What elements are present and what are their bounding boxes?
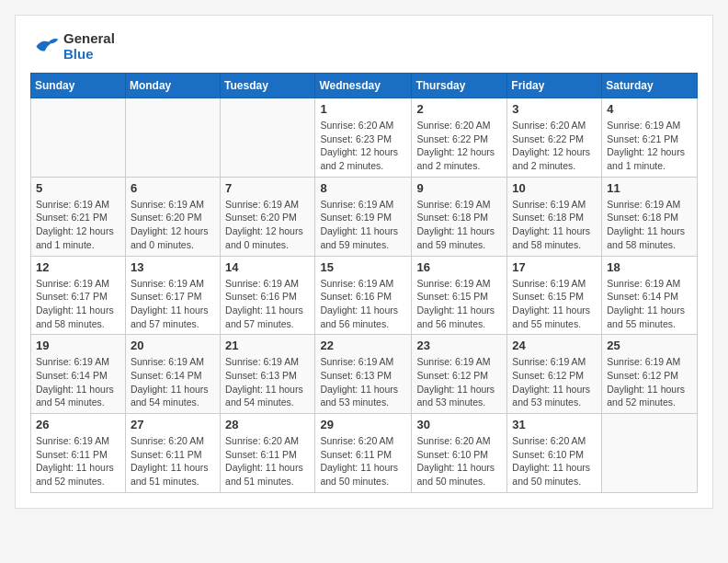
day-info: Sunrise: 6:20 AMSunset: 6:11 PMDaylight:…	[225, 434, 310, 488]
day-number: 16	[416, 260, 502, 274]
day-info: Sunrise: 6:19 AMSunset: 6:18 PMDaylight:…	[416, 198, 502, 252]
calendar-page: General Blue SundayMondayTuesdayWednesda…	[15, 15, 713, 509]
weekday-header-saturday: Saturday	[602, 74, 698, 98]
day-cell-10: 10Sunrise: 6:19 AMSunset: 6:18 PMDayligh…	[507, 177, 602, 256]
day-cell-2: 2Sunrise: 6:20 AMSunset: 6:22 PMDaylight…	[412, 98, 507, 178]
day-cell-15: 15Sunrise: 6:19 AMSunset: 6:16 PMDayligh…	[315, 256, 412, 335]
day-cell-19: 19Sunrise: 6:19 AMSunset: 6:14 PMDayligh…	[31, 335, 126, 414]
day-number: 11	[607, 181, 692, 195]
day-cell-30: 30Sunrise: 6:20 AMSunset: 6:10 PMDayligh…	[412, 414, 507, 493]
empty-cell	[31, 98, 126, 178]
day-info: Sunrise: 6:19 AMSunset: 6:14 PMDaylight:…	[131, 355, 215, 409]
day-number: 23	[416, 339, 502, 352]
day-number: 31	[512, 418, 597, 431]
day-info: Sunrise: 6:19 AMSunset: 6:15 PMDaylight:…	[416, 277, 502, 331]
day-info: Sunrise: 6:19 AMSunset: 6:16 PMDaylight:…	[320, 277, 406, 331]
day-info: Sunrise: 6:19 AMSunset: 6:16 PMDaylight:…	[225, 277, 310, 331]
day-info: Sunrise: 6:19 AMSunset: 6:11 PMDaylight:…	[36, 434, 120, 488]
day-cell-24: 24Sunrise: 6:19 AMSunset: 6:12 PMDayligh…	[507, 335, 602, 414]
logo-text: General Blue	[63, 30, 115, 62]
weekday-header-wednesday: Wednesday	[315, 74, 412, 98]
weekday-header-sunday: Sunday	[31, 74, 126, 98]
day-info: Sunrise: 6:19 AMSunset: 6:20 PMDaylight:…	[225, 198, 310, 252]
empty-cell	[221, 98, 315, 178]
day-info: Sunrise: 6:20 AMSunset: 6:22 PMDaylight:…	[416, 119, 502, 173]
day-number: 28	[225, 418, 310, 431]
day-number: 8	[320, 181, 406, 195]
day-number: 3	[512, 102, 597, 116]
day-number: 22	[320, 339, 406, 352]
day-number: 4	[607, 102, 692, 116]
day-cell-9: 9Sunrise: 6:19 AMSunset: 6:18 PMDaylight…	[412, 177, 507, 256]
day-cell-31: 31Sunrise: 6:20 AMSunset: 6:10 PMDayligh…	[507, 414, 602, 493]
week-row-1: 5Sunrise: 6:19 AMSunset: 6:21 PMDaylight…	[31, 177, 698, 256]
day-cell-4: 4Sunrise: 6:19 AMSunset: 6:21 PMDaylight…	[602, 98, 698, 178]
day-number: 18	[607, 260, 692, 274]
day-cell-13: 13Sunrise: 6:19 AMSunset: 6:17 PMDayligh…	[125, 256, 220, 335]
day-info: Sunrise: 6:20 AMSunset: 6:23 PMDaylight:…	[320, 119, 406, 173]
day-info: Sunrise: 6:19 AMSunset: 6:12 PMDaylight:…	[607, 355, 692, 409]
day-cell-26: 26Sunrise: 6:19 AMSunset: 6:11 PMDayligh…	[31, 414, 126, 493]
day-number: 14	[225, 260, 310, 274]
day-info: Sunrise: 6:19 AMSunset: 6:18 PMDaylight:…	[512, 198, 597, 252]
day-number: 29	[320, 418, 406, 431]
day-cell-16: 16Sunrise: 6:19 AMSunset: 6:15 PMDayligh…	[412, 256, 507, 335]
logo-bird-icon	[30, 33, 60, 59]
day-info: Sunrise: 6:19 AMSunset: 6:21 PMDaylight:…	[607, 119, 692, 173]
day-cell-6: 6Sunrise: 6:19 AMSunset: 6:20 PMDaylight…	[125, 177, 220, 256]
day-cell-21: 21Sunrise: 6:19 AMSunset: 6:13 PMDayligh…	[221, 335, 315, 414]
day-cell-7: 7Sunrise: 6:19 AMSunset: 6:20 PMDaylight…	[221, 177, 315, 256]
day-cell-8: 8Sunrise: 6:19 AMSunset: 6:19 PMDaylight…	[315, 177, 412, 256]
day-cell-1: 1Sunrise: 6:20 AMSunset: 6:23 PMDaylight…	[315, 98, 412, 178]
day-info: Sunrise: 6:20 AMSunset: 6:10 PMDaylight:…	[512, 434, 597, 488]
day-info: Sunrise: 6:19 AMSunset: 6:18 PMDaylight:…	[607, 198, 692, 252]
day-info: Sunrise: 6:19 AMSunset: 6:21 PMDaylight:…	[36, 198, 120, 252]
day-cell-25: 25Sunrise: 6:19 AMSunset: 6:12 PMDayligh…	[602, 335, 698, 414]
day-number: 19	[36, 339, 120, 352]
day-cell-18: 18Sunrise: 6:19 AMSunset: 6:14 PMDayligh…	[602, 256, 698, 335]
day-cell-29: 29Sunrise: 6:20 AMSunset: 6:11 PMDayligh…	[315, 414, 412, 493]
day-number: 2	[416, 102, 502, 116]
week-row-2: 12Sunrise: 6:19 AMSunset: 6:17 PMDayligh…	[31, 256, 698, 335]
day-cell-11: 11Sunrise: 6:19 AMSunset: 6:18 PMDayligh…	[602, 177, 698, 256]
day-cell-17: 17Sunrise: 6:19 AMSunset: 6:15 PMDayligh…	[507, 256, 602, 335]
day-cell-20: 20Sunrise: 6:19 AMSunset: 6:14 PMDayligh…	[125, 335, 220, 414]
day-number: 25	[607, 339, 692, 352]
day-number: 20	[131, 339, 215, 352]
week-row-4: 26Sunrise: 6:19 AMSunset: 6:11 PMDayligh…	[31, 414, 698, 493]
day-cell-27: 27Sunrise: 6:20 AMSunset: 6:11 PMDayligh…	[125, 414, 220, 493]
day-info: Sunrise: 6:19 AMSunset: 6:19 PMDaylight:…	[320, 198, 406, 252]
day-number: 17	[512, 260, 597, 274]
empty-cell	[125, 98, 220, 178]
day-info: Sunrise: 6:19 AMSunset: 6:17 PMDaylight:…	[131, 277, 215, 331]
day-info: Sunrise: 6:20 AMSunset: 6:11 PMDaylight:…	[131, 434, 215, 488]
weekday-header-monday: Monday	[125, 74, 220, 98]
day-cell-5: 5Sunrise: 6:19 AMSunset: 6:21 PMDaylight…	[31, 177, 126, 256]
day-number: 7	[225, 181, 310, 195]
day-number: 15	[320, 260, 406, 274]
day-number: 26	[36, 418, 120, 431]
day-info: Sunrise: 6:19 AMSunset: 6:17 PMDaylight:…	[36, 277, 120, 331]
day-info: Sunrise: 6:19 AMSunset: 6:12 PMDaylight:…	[512, 355, 597, 409]
day-number: 21	[225, 339, 310, 352]
calendar-table: SundayMondayTuesdayWednesdayThursdayFrid…	[30, 73, 698, 493]
week-row-3: 19Sunrise: 6:19 AMSunset: 6:14 PMDayligh…	[31, 335, 698, 414]
weekday-header-friday: Friday	[507, 74, 602, 98]
day-info: Sunrise: 6:19 AMSunset: 6:14 PMDaylight:…	[607, 277, 692, 331]
header: General Blue	[30, 30, 698, 62]
day-number: 10	[512, 181, 597, 195]
day-cell-22: 22Sunrise: 6:19 AMSunset: 6:13 PMDayligh…	[315, 335, 412, 414]
day-number: 13	[131, 260, 215, 274]
day-number: 30	[416, 418, 502, 431]
week-row-0: 1Sunrise: 6:20 AMSunset: 6:23 PMDaylight…	[31, 98, 698, 178]
day-number: 1	[320, 102, 406, 116]
day-number: 12	[36, 260, 120, 274]
day-info: Sunrise: 6:19 AMSunset: 6:12 PMDaylight:…	[416, 355, 502, 409]
weekday-header-thursday: Thursday	[412, 74, 507, 98]
day-info: Sunrise: 6:20 AMSunset: 6:22 PMDaylight:…	[512, 119, 597, 173]
day-cell-3: 3Sunrise: 6:20 AMSunset: 6:22 PMDaylight…	[507, 98, 602, 178]
day-number: 24	[512, 339, 597, 352]
day-info: Sunrise: 6:19 AMSunset: 6:13 PMDaylight:…	[225, 355, 310, 409]
day-info: Sunrise: 6:20 AMSunset: 6:11 PMDaylight:…	[320, 434, 406, 488]
day-number: 9	[416, 181, 502, 195]
